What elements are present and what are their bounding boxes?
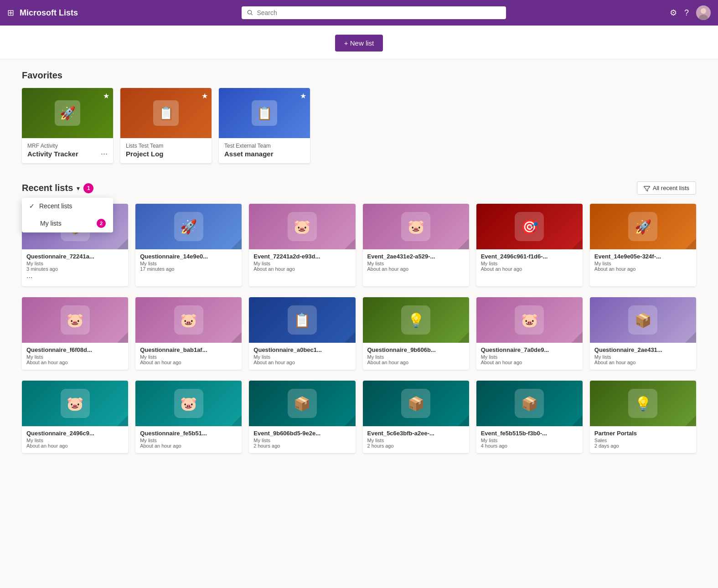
card-info: Event_2496c961-f1d6-... My lists About a… [476, 249, 583, 276]
list-owner: My lists [367, 261, 465, 266]
lists-row-2: 🐷 Questionnaire_f6f08d... My lists About… [22, 297, 696, 370]
settings-icon[interactable]: ⚙ [670, 8, 677, 18]
my-lists-badge: 2 [97, 219, 106, 228]
list-icon: 💡 [628, 389, 657, 418]
list-icon: 🐷 [61, 389, 90, 418]
list-card[interactable]: 🐷 Event_72241a2d-e93d... My lists About … [249, 204, 355, 286]
list-card[interactable]: 🐷 Questionnaire_f6f08d... My lists About… [22, 297, 128, 370]
card-info: MRF Activity Activity Tracker ··· [22, 138, 113, 163]
card-info: Event_14e9e05e-324f-... My lists About a… [590, 249, 696, 276]
card-info: Test External Team Asset manager [219, 138, 310, 163]
card-thumbnail: 🐷 [249, 204, 355, 249]
card-info: Questionnaire_f6f08d... My lists About a… [22, 343, 128, 370]
list-time: 17 minutes ago [140, 266, 237, 272]
card-info: Questionnaire_7a0de9... My lists About a… [476, 343, 583, 370]
list-name: Event_72241a2d-e93d... [253, 253, 351, 260]
card-thumbnail: 💡 [590, 381, 696, 426]
list-owner: Sales [594, 438, 692, 443]
list-card[interactable]: 💡 Partner Portals Sales 2 days ago [590, 381, 696, 453]
list-card[interactable]: 💡 Questionnaire_9b606b... My lists About… [363, 297, 469, 370]
card-thumbnail: 📋 [249, 297, 355, 343]
all-recent-button[interactable]: All recent lists [637, 181, 696, 195]
dropdown-chevron-icon[interactable]: ▾ [77, 185, 80, 192]
card-thumbnail: 📦 [363, 381, 469, 426]
list-owner: My lists [367, 354, 465, 360]
list-icon: 🐷 [174, 389, 203, 418]
app-header: ⊞ Microsoft Lists ⚙ ? [0, 0, 718, 26]
favorite-card[interactable]: 📋 ★ Lists Test Team Project Log [120, 88, 212, 163]
card-info: Questionnaire_2ae431... My lists About a… [590, 343, 696, 370]
list-icon: 📦 [288, 389, 317, 418]
dropdown-item-label: Recent lists [39, 202, 72, 210]
card-name: Activity Tracker [27, 150, 78, 158]
avatar[interactable] [696, 5, 711, 20]
grid-icon[interactable]: ⊞ [7, 8, 14, 18]
search-input[interactable] [257, 9, 501, 16]
card-info: Questionnaire_9b606b... My lists About a… [363, 343, 469, 370]
list-owner: My lists [26, 261, 124, 266]
card-team: Test External Team [224, 143, 305, 149]
list-name: Event_fe5b515b-f3b0-... [481, 430, 578, 437]
list-owner: My lists [26, 354, 124, 360]
list-time: 3 minutes ago [26, 266, 124, 272]
card-info: Questionnaire_bab1af... My lists About a… [135, 343, 242, 370]
favorite-card[interactable]: 📋 ★ Test External Team Asset manager [219, 88, 310, 163]
list-icon: 📦 [401, 389, 430, 418]
list-time: About an hour ago [367, 266, 465, 272]
favorites-title: Favorites [22, 70, 696, 81]
card-thumbnail: 💡 [363, 297, 469, 343]
list-name: Questionnaire_2496c9... [26, 430, 124, 437]
list-card[interactable]: 🐷 Questionnaire_bab1af... My lists About… [135, 297, 242, 370]
recent-title-area: Recent lists ▾ 1 ✓ Recent lists My lists… [22, 183, 93, 193]
list-card[interactable]: 🐷 Event_2ae431e2-a529-... My lists About… [363, 204, 469, 286]
card-info: Partner Portals Sales 2 days ago [590, 426, 696, 453]
dropdown-item-mylists[interactable]: My lists 2 [22, 214, 113, 232]
list-card[interactable]: 🚀 Questionnaire_14e9e0... My lists 17 mi… [135, 204, 242, 286]
recent-badge: 1 [83, 183, 93, 193]
list-time: About an hour ago [594, 360, 692, 365]
lists-row-1: 📦 Questionnaire_72241a... My lists 3 min… [22, 204, 696, 286]
all-recent-label: All recent lists [653, 185, 689, 191]
list-name: Questionnaire_fe5b51... [140, 430, 237, 437]
more-options-button[interactable]: ··· [101, 150, 108, 158]
list-owner: My lists [140, 354, 237, 360]
card-info: Questionnaire_fe5b51... My lists About a… [135, 426, 242, 453]
card-info: Questionnaire_a0bec1... My lists About a… [249, 343, 355, 370]
card-thumbnail: 📦 [476, 381, 583, 426]
svg-point-3 [701, 8, 706, 14]
list-card[interactable]: 🎯 Event_2496c961-f1d6-... My lists About… [476, 204, 583, 286]
list-card[interactable]: 📋 Questionnaire_a0bec1... My lists About… [249, 297, 355, 370]
star-icon: ★ [300, 92, 306, 100]
dropdown-item-recent[interactable]: ✓ Recent lists [22, 198, 113, 214]
avatar-image [696, 5, 711, 20]
card-info: Questionnaire_72241a... My lists 3 minut… [22, 249, 128, 286]
list-name: Questionnaire_a0bec1... [253, 346, 351, 353]
list-name: Questionnaire_72241a... [26, 253, 124, 260]
list-card[interactable]: 🐷 Questionnaire_2496c9... My lists About… [22, 381, 128, 453]
dropdown-item-label: My lists [40, 220, 62, 227]
list-card[interactable]: 📦 Questionnaire_2ae431... My lists About… [590, 297, 696, 370]
list-card[interactable]: 📦 Event_9b606bd5-9e2e... My lists 2 hour… [249, 381, 355, 453]
list-name: Partner Portals [594, 430, 692, 437]
list-owner: My lists [26, 438, 124, 443]
card-info: Event_fe5b515b-f3b0-... My lists 4 hours… [476, 426, 583, 453]
list-icon: 💡 [401, 305, 430, 335]
new-list-button[interactable]: + New list [335, 35, 383, 52]
list-card[interactable]: 🐷 Questionnaire_fe5b51... My lists About… [135, 381, 242, 453]
check-icon: ✓ [29, 202, 35, 210]
card-info: Questionnaire_14e9e0... My lists 17 minu… [135, 249, 242, 276]
list-card[interactable]: 🐷 Questionnaire_7a0de9... My lists About… [476, 297, 583, 370]
favorite-card[interactable]: 🚀 ★ MRF Activity Activity Tracker ··· [22, 88, 113, 163]
list-time: About an hour ago [26, 443, 124, 449]
list-icon: 🚀 [628, 212, 657, 241]
list-owner: My lists [140, 438, 237, 443]
new-list-bar: + New list [0, 26, 718, 59]
help-icon[interactable]: ? [684, 8, 689, 18]
list-name: Questionnaire_9b606b... [367, 346, 465, 353]
list-time: About an hour ago [140, 360, 237, 365]
list-card[interactable]: 📦 Event_5c6e3bfb-a2ee-... My lists 2 hou… [363, 381, 469, 453]
list-card[interactable]: 🚀 Event_14e9e05e-324f-... My lists About… [590, 204, 696, 286]
more-options-button[interactable]: ··· [26, 273, 124, 282]
list-card[interactable]: 📦 Event_fe5b515b-f3b0-... My lists 4 hou… [476, 381, 583, 453]
list-time: About an hour ago [367, 360, 465, 365]
